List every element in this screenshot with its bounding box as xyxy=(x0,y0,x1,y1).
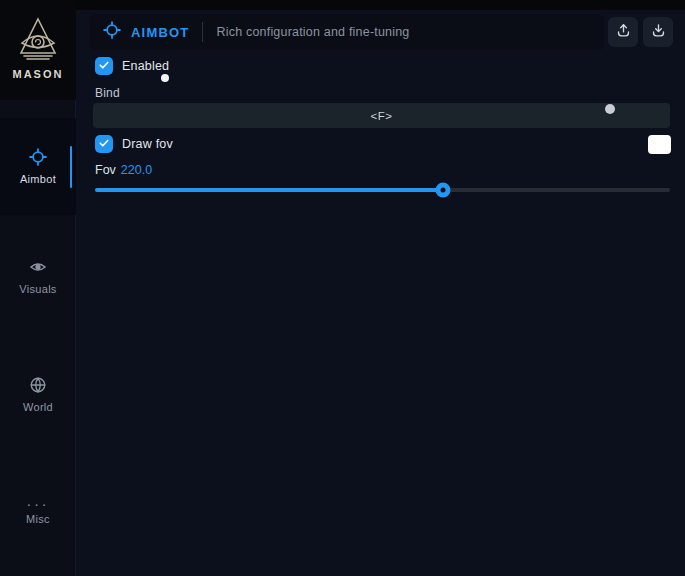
sidebar-item-label: Aimbot xyxy=(20,173,56,185)
sidebar: MASON Aimbot Visuals xyxy=(0,0,76,576)
enabled-label: Enabled xyxy=(122,59,169,73)
logo-block: MASON xyxy=(0,0,76,100)
cursor-dot xyxy=(161,74,169,82)
fov-value-line: Fov220.0 xyxy=(95,163,152,177)
bind-label: Bind xyxy=(95,86,120,100)
bind-input[interactable]: <F> xyxy=(93,103,670,128)
enabled-checkbox[interactable] xyxy=(95,57,113,75)
sidebar-item-world[interactable]: World xyxy=(0,368,76,420)
fov-value: 220.0 xyxy=(121,163,152,177)
fov-slider-fill xyxy=(95,188,443,192)
bind-value: <F> xyxy=(371,110,393,122)
eye-icon xyxy=(29,258,47,278)
fov-label: Fov xyxy=(95,163,116,177)
download-icon xyxy=(650,22,667,43)
fov-color-swatch[interactable] xyxy=(648,135,671,154)
page-title: AIMBOT xyxy=(131,25,189,40)
sidebar-item-aimbot[interactable]: Aimbot xyxy=(0,118,76,215)
page-subtitle: Rich configuration and fine-tuning xyxy=(216,25,409,39)
header-divider xyxy=(202,22,203,42)
sidebar-item-label: Misc xyxy=(26,513,50,525)
upload-icon xyxy=(615,22,632,43)
sidebar-item-label: Visuals xyxy=(19,283,56,295)
ellipsis-icon: ··· xyxy=(27,500,50,508)
download-config-button[interactable] xyxy=(643,17,673,47)
sidebar-item-visuals[interactable]: Visuals xyxy=(0,250,76,302)
logo-text: MASON xyxy=(13,68,64,80)
globe-icon xyxy=(29,376,47,396)
sidebar-item-misc[interactable]: ··· Misc xyxy=(0,486,76,538)
crosshair-icon xyxy=(103,21,121,43)
mason-menu-window: MASON Aimbot Visuals xyxy=(0,0,685,576)
fov-slider[interactable] xyxy=(95,188,670,192)
fov-slider-handle[interactable] xyxy=(435,183,450,198)
check-icon xyxy=(98,135,110,153)
cursor-dot-secondary xyxy=(605,104,615,114)
upload-config-button[interactable] xyxy=(608,17,638,47)
draw-fov-checkbox[interactable] xyxy=(95,135,113,153)
sidebar-item-label: World xyxy=(23,401,53,413)
page-header: AIMBOT Rich configuration and fine-tunin… xyxy=(90,14,604,50)
crosshair-icon xyxy=(29,148,47,168)
check-icon xyxy=(98,57,110,75)
draw-fov-label: Draw fov xyxy=(122,137,173,151)
mason-eye-pyramid-icon xyxy=(16,16,60,64)
top-strip xyxy=(0,0,685,10)
selected-indicator xyxy=(70,146,72,188)
